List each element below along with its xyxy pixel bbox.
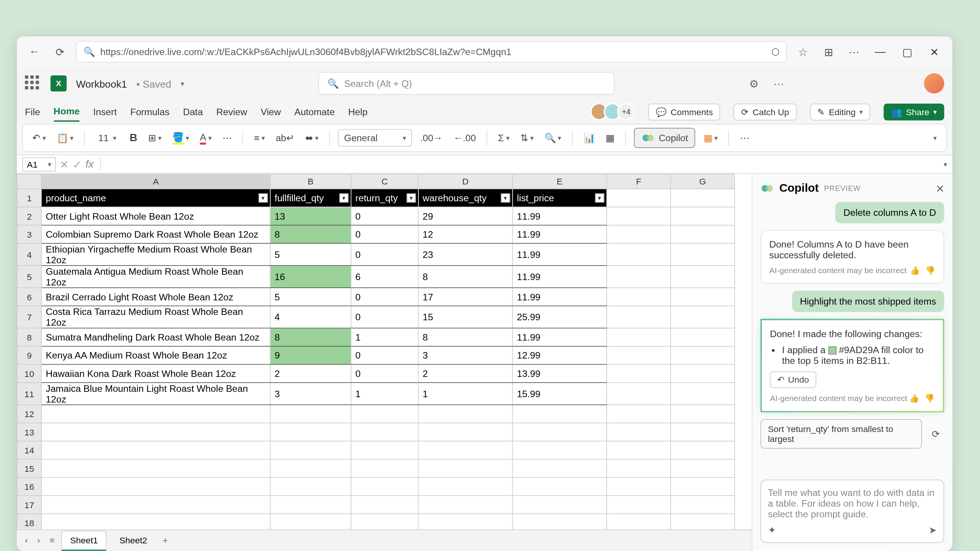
cell[interactable] xyxy=(513,441,607,459)
cell[interactable]: Guatemala Antigua Medium Roast Whole Bea… xyxy=(41,266,270,288)
cell[interactable] xyxy=(513,477,607,495)
cell[interactable]: 2 xyxy=(270,364,351,382)
row-header[interactable]: 8 xyxy=(17,328,41,346)
row-header[interactable]: 13 xyxy=(17,423,41,441)
cell[interactable]: 11.99 xyxy=(513,243,607,266)
row-header[interactable]: 5 xyxy=(17,266,41,288)
cell[interactable]: 9 xyxy=(270,346,351,364)
table-format-button[interactable]: ▦▾ xyxy=(701,130,720,145)
fx-icon[interactable]: fx xyxy=(85,158,94,170)
cell[interactable]: 29 xyxy=(418,207,513,225)
cell[interactable] xyxy=(671,382,735,404)
title-dropdown-icon[interactable]: ▾ xyxy=(181,80,184,87)
font-size-select[interactable]: 11▾ xyxy=(93,130,122,146)
row-header[interactable]: 1 xyxy=(17,189,41,207)
cell[interactable] xyxy=(607,306,671,328)
tab-home[interactable]: Home xyxy=(54,101,80,122)
cell[interactable] xyxy=(607,328,671,346)
tab-view[interactable]: View xyxy=(261,102,281,121)
cell[interactable] xyxy=(607,288,671,306)
filter-icon[interactable]: ▾ xyxy=(407,193,416,203)
table-header-cell[interactable]: fullfilled_qty▾ xyxy=(270,189,351,207)
cell[interactable]: 0 xyxy=(351,207,418,225)
analyze-data-icon[interactable]: 📊 xyxy=(581,130,598,145)
copilot-prompt-input[interactable]: Tell me what you want to do with data in… xyxy=(761,479,944,543)
cell[interactable] xyxy=(513,496,607,514)
cell[interactable] xyxy=(671,514,735,529)
comments-button[interactable]: 💬 Comments xyxy=(648,103,720,120)
refresh-button[interactable]: ⟳ xyxy=(51,42,69,61)
cell[interactable]: Brazil Cerrado Light Roast Whole Bean 12… xyxy=(41,288,270,306)
more-font-icon[interactable]: ⋯ xyxy=(220,130,235,145)
maximize-button[interactable]: ▢ xyxy=(897,42,917,62)
cell[interactable] xyxy=(607,459,671,477)
sort-filter-button[interactable]: ⇅▾ xyxy=(518,130,536,145)
cell[interactable]: 4 xyxy=(270,306,351,328)
cell[interactable]: 11.99 xyxy=(513,266,607,288)
cell[interactable]: Costa Rica Tarrazu Medium Roast Whole Be… xyxy=(41,306,270,328)
align-button[interactable]: ≡▾ xyxy=(252,130,268,145)
tab-insert[interactable]: Insert xyxy=(93,102,117,121)
cell[interactable] xyxy=(351,496,418,514)
col-header-G[interactable]: G xyxy=(671,174,735,189)
user-avatar[interactable] xyxy=(924,73,944,94)
cell[interactable] xyxy=(671,364,735,382)
cell[interactable] xyxy=(607,441,671,459)
tab-next-icon[interactable]: › xyxy=(34,534,43,547)
cell[interactable] xyxy=(41,441,270,459)
cell[interactable] xyxy=(671,306,735,328)
cell[interactable] xyxy=(607,207,671,225)
cell[interactable] xyxy=(671,477,735,495)
cell[interactable]: Colombian Supremo Dark Roast Whole Bean … xyxy=(41,225,270,243)
filter-icon[interactable]: ▾ xyxy=(258,193,268,203)
cell[interactable] xyxy=(41,459,270,477)
cell[interactable]: 11.99 xyxy=(513,225,607,243)
cell[interactable] xyxy=(270,459,351,477)
cell[interactable] xyxy=(671,404,735,422)
fill-color-button[interactable]: 🪣▾ xyxy=(170,129,192,146)
spreadsheet-grid[interactable]: ABCDEFG1product_name▾fullfilled_qty▾retu… xyxy=(17,174,752,530)
cell[interactable] xyxy=(607,514,671,529)
cell[interactable]: Ethiopian Yirgacheffe Medium Roast Whole… xyxy=(41,243,270,266)
cell[interactable] xyxy=(513,423,607,441)
cell[interactable]: 0 xyxy=(351,225,418,243)
col-header-A[interactable]: A xyxy=(41,174,270,189)
cell[interactable]: 8 xyxy=(418,328,513,346)
cell[interactable] xyxy=(607,477,671,495)
copilot-toolbar-button[interactable]: Copilot xyxy=(634,128,696,148)
cell[interactable]: 8 xyxy=(418,266,513,288)
cell[interactable]: Hawaiian Kona Dark Roast Whole Bean 12oz xyxy=(41,364,270,382)
cell[interactable] xyxy=(270,441,351,459)
row-header[interactable]: 4 xyxy=(17,243,41,266)
col-header-D[interactable]: D xyxy=(418,174,513,189)
close-panel-icon[interactable]: ✕ xyxy=(936,182,944,195)
cell[interactable] xyxy=(418,404,513,422)
cell[interactable] xyxy=(671,225,735,243)
cell[interactable] xyxy=(418,423,513,441)
increase-decimal-button[interactable]: .00→ xyxy=(417,130,445,145)
wrap-text-button[interactable]: ab↵ xyxy=(273,130,297,145)
row-header[interactable]: 18 xyxy=(17,514,41,529)
favorites-icon[interactable]: ☆ xyxy=(794,42,812,61)
cell[interactable] xyxy=(41,477,270,495)
row-header[interactable]: 9 xyxy=(17,346,41,364)
cell[interactable]: 11.99 xyxy=(513,207,607,225)
cell[interactable]: 16 xyxy=(270,266,351,288)
font-color-button[interactable]: A▾ xyxy=(197,129,214,146)
tab-formulas[interactable]: Formulas xyxy=(130,102,170,121)
send-prompt-icon[interactable]: ➤ xyxy=(929,525,937,535)
cell[interactable]: 8 xyxy=(270,328,351,346)
cell[interactable] xyxy=(351,423,418,441)
row-header[interactable]: 14 xyxy=(17,441,41,459)
cell[interactable] xyxy=(270,477,351,495)
cell[interactable]: Jamaica Blue Mountain Light Roast Whole … xyxy=(41,382,270,404)
cell[interactable] xyxy=(607,266,671,288)
row-header[interactable]: 16 xyxy=(17,477,41,495)
cell[interactable]: 15 xyxy=(418,306,513,328)
cell[interactable] xyxy=(671,243,735,266)
cell[interactable]: 5 xyxy=(270,288,351,306)
paste-button[interactable]: 📋▾ xyxy=(54,130,76,145)
tab-help[interactable]: Help xyxy=(348,102,368,121)
cell[interactable]: 0 xyxy=(351,364,418,382)
cell[interactable] xyxy=(418,514,513,529)
